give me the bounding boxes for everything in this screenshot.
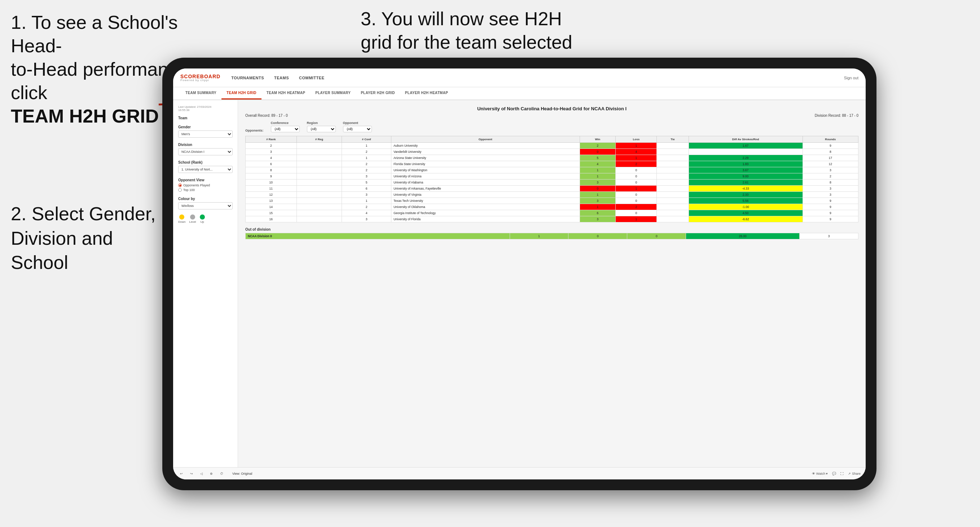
cell-diff: -4.33 xyxy=(689,186,803,192)
cell-reg xyxy=(296,192,342,198)
cell-tie xyxy=(657,149,689,155)
radio-top-100[interactable]: Top 100 xyxy=(178,188,233,192)
cell-loss: 1 xyxy=(616,186,657,192)
cell-win: 6 xyxy=(580,210,616,216)
out-division-label: Out of division xyxy=(245,227,858,232)
toolbar-view-label: View: Original xyxy=(232,472,252,475)
grid-records: Overall Record: 89 - 17 - 0 Division Rec… xyxy=(245,114,858,117)
cell-tie xyxy=(657,198,689,204)
filter-region-label: Region xyxy=(307,121,336,125)
table-row: 11 6 University of Arkansas, Fayettevill… xyxy=(246,186,858,192)
school-label: School (Rank) xyxy=(178,160,233,164)
table-row: 8 2 University of Washington 1 0 3.67 3 xyxy=(246,167,858,173)
filter-group-conference: Conference (All) xyxy=(271,121,300,132)
annotation-top-right: 3. You will now see H2Hgrid for the team… xyxy=(361,7,573,54)
cell-conf: 1 xyxy=(342,198,391,204)
cell-loss: 2 xyxy=(616,204,657,210)
toolbar-clock[interactable]: ⏱ xyxy=(218,471,225,476)
cell-reg xyxy=(296,167,342,173)
division-label: Division xyxy=(178,143,233,147)
cell-conf: 6 xyxy=(342,186,391,192)
cell-loss: 1 xyxy=(616,155,657,161)
subnav-player-h2h-heatmap[interactable]: PLAYER H2H HEATMAP xyxy=(400,87,453,100)
annotation-top-right-text: 3. You will now see H2Hgrid for the team… xyxy=(361,8,573,52)
cell-conf: 3 xyxy=(342,173,391,179)
legend-down-dot xyxy=(179,214,184,219)
division-select[interactable]: NCAA Division I xyxy=(178,148,233,156)
tablet: SCOREBOARD Powered by clippi TOURNAMENTS… xyxy=(162,58,877,490)
col-diff: Diff Av Strokes/Rnd xyxy=(689,136,803,143)
subnav-player-summary[interactable]: PLAYER SUMMARY xyxy=(310,87,356,100)
cell-opponent: University of Alabama xyxy=(391,179,580,186)
toolbar-undo[interactable]: ↩ xyxy=(178,471,185,476)
sidebar: Last Updated: 27/03/2024 16:55:38 Team G… xyxy=(173,100,238,467)
table-row: 4 1 Arizona State University 5 1 2.29 17 xyxy=(246,155,858,161)
cell-conf: 1 xyxy=(342,143,391,149)
gender-select[interactable]: Men's xyxy=(178,130,233,138)
cell-diff: 4.50 xyxy=(689,210,803,216)
toolbar-redo[interactable]: ↪ xyxy=(188,471,195,476)
table-row: 10 5 University of Alabama 3 0 2.61 8 xyxy=(246,179,858,186)
col-loss: Loss xyxy=(616,136,657,143)
nav-tournaments[interactable]: TOURNAMENTS xyxy=(231,76,264,80)
annotation-bold: TEAM H2H GRID xyxy=(11,106,159,127)
cell-rounds: 2 xyxy=(803,173,858,179)
cell-reg xyxy=(296,179,342,186)
cell-rank: 10 xyxy=(246,179,297,186)
cell-reg xyxy=(296,204,342,210)
filter-conference-label: Conference xyxy=(271,121,300,125)
cell-rank: 15 xyxy=(246,210,297,216)
cell-rounds: 12 xyxy=(803,161,858,167)
toolbar-nav[interactable]: ⊕ xyxy=(208,471,215,476)
cell-win: 3 xyxy=(580,198,616,204)
table-row: 16 3 University of Florida 3 1 -6.62 9 xyxy=(246,216,858,222)
cell-loss: 0 xyxy=(616,173,657,179)
data-panel: University of North Carolina Head-to-Hea… xyxy=(238,100,865,467)
filter-region-select[interactable]: (All) xyxy=(307,126,336,132)
filter-conference-select[interactable]: (All) xyxy=(271,126,300,132)
toolbar-back[interactable]: ◁ xyxy=(198,471,205,476)
filter-opponent-label: Opponent xyxy=(343,121,372,125)
legend-level-dot xyxy=(190,214,195,219)
cell-tie xyxy=(657,143,689,149)
legend-down-label: Down xyxy=(178,220,185,224)
cell-reg xyxy=(296,161,342,167)
gender-label: Gender xyxy=(178,125,233,129)
legend-up-dot xyxy=(200,214,205,219)
toolbar-fullscreen[interactable]: ⛶ xyxy=(840,472,844,475)
annotation-mid-line3: School xyxy=(11,252,68,273)
sign-out[interactable]: Sign out xyxy=(844,76,858,80)
nav-committee[interactable]: COMMITTEE xyxy=(299,76,325,80)
table-row: 13 1 Texas Tech University 3 0 5.56 9 xyxy=(246,198,858,204)
cell-win: 4 xyxy=(580,161,616,167)
filter-group-opponent: Opponent (All) xyxy=(343,121,372,132)
sidebar-division-section: Division NCAA Division I xyxy=(178,143,233,156)
cell-tie xyxy=(657,186,689,192)
colour-by-select[interactable]: Win/loss xyxy=(178,202,233,210)
cell-rank: 11 xyxy=(246,186,297,192)
cell-diff: 2.61 xyxy=(689,179,803,186)
nav-teams[interactable]: TEAMS xyxy=(274,76,289,80)
cell-diff xyxy=(689,149,803,155)
toolbar-comment[interactable]: 💬 xyxy=(832,472,836,475)
timestamp-time: 16:55:38 xyxy=(178,108,189,112)
cell-win: 1 xyxy=(580,204,616,210)
toolbar-share[interactable]: ↗ Share xyxy=(848,472,861,475)
school-select[interactable]: 1. University of Nort... xyxy=(178,166,233,173)
radio-dot-opponents xyxy=(178,184,182,187)
toolbar-watch[interactable]: 👁 Watch ▾ xyxy=(812,472,828,475)
cell-loss: 1 xyxy=(616,216,657,222)
subnav-player-h2h-grid[interactable]: PLAYER H2H GRID xyxy=(356,87,400,100)
subnav-team-summary[interactable]: TEAM SUMMARY xyxy=(180,87,221,100)
filter-opponent-select[interactable]: (All) xyxy=(343,126,372,132)
radio-opponents-played[interactable]: Opponents Played xyxy=(178,184,233,187)
out-div-win: 1 xyxy=(510,233,568,239)
cell-rounds: 9 xyxy=(803,210,858,216)
subnav-team-h2h-grid[interactable]: TEAM H2H GRID xyxy=(221,87,261,100)
opponent-view-radios: Opponents Played Top 100 xyxy=(178,184,233,192)
col-conf: # Conf xyxy=(342,136,391,143)
cell-rounds: 9 xyxy=(803,143,858,149)
cell-loss: 4 xyxy=(616,149,657,155)
subnav-team-h2h-heatmap[interactable]: TEAM H2H HEATMAP xyxy=(261,87,310,100)
sidebar-gender-section: Gender Men's xyxy=(178,125,233,138)
